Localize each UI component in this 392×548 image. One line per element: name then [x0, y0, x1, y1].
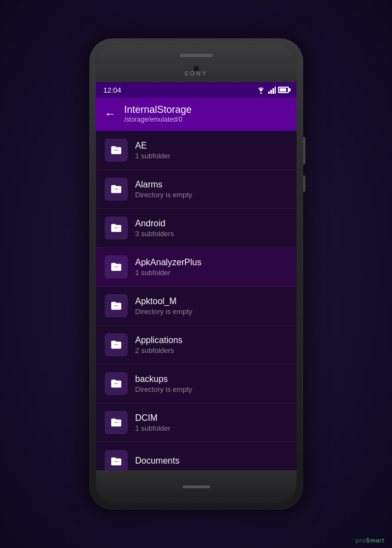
file-info: ApkAnalyzerPlus 1 subfolder — [135, 258, 202, 277]
file-name: Applications — [135, 335, 183, 345]
file-meta: 1 subfolder — [135, 269, 202, 277]
folder-icon-wrap — [105, 216, 128, 239]
file-meta: Directory is empty — [135, 191, 192, 199]
header-title: InternalStorage — [124, 104, 192, 116]
folder-icon-wrap — [105, 139, 128, 162]
file-info: backups Directory is empty — [135, 374, 192, 393]
bottom-bezel — [96, 470, 297, 503]
brand-label: SONY — [184, 70, 208, 77]
svg-rect-3 — [272, 88, 274, 94]
list-item[interactable]: Apktool_M Directory is empty — [96, 287, 297, 326]
power-button[interactable] — [303, 137, 305, 164]
folder-icon — [110, 300, 122, 312]
folder-icon — [110, 378, 122, 390]
phone-screen: SONY 12:04 — [96, 45, 297, 503]
list-item[interactable]: AE 1 subfolder — [96, 131, 297, 170]
back-button[interactable]: ← — [105, 108, 117, 120]
signal-icon — [268, 86, 276, 94]
file-meta: 1 subfolder — [135, 152, 171, 160]
file-info: Apktool_M Directory is empty — [135, 296, 192, 316]
watermark: proSmart — [355, 537, 384, 544]
battery-icon — [278, 87, 289, 93]
svg-point-0 — [260, 93, 262, 94]
file-name: backups — [135, 374, 192, 384]
file-info: Applications 2 subfolders — [135, 335, 183, 355]
svg-rect-11 — [114, 383, 118, 384]
svg-rect-7 — [114, 227, 118, 229]
file-meta: 3 subfolders — [135, 230, 174, 238]
file-name: Documents — [135, 456, 180, 466]
file-name: AE — [135, 141, 171, 151]
list-item[interactable]: Applications 2 subfolders — [96, 326, 297, 364]
folder-icon — [110, 455, 122, 467]
header-subtitle: /storage/emulated/0 — [124, 116, 192, 123]
svg-rect-2 — [270, 90, 272, 94]
status-icons — [256, 86, 289, 94]
folder-icon-wrap — [105, 411, 128, 434]
folder-icon — [110, 144, 122, 156]
svg-rect-12 — [114, 422, 118, 423]
svg-rect-10 — [114, 344, 118, 345]
app-header: ← InternalStorage /storage/emulated/0 — [96, 98, 297, 131]
folder-icon-wrap — [105, 450, 128, 470]
file-name: DCIM — [135, 413, 171, 423]
folder-icon-wrap — [105, 255, 128, 278]
screen: 12:04 — [96, 82, 297, 470]
status-time: 12:04 — [104, 86, 122, 94]
file-meta: Directory is empty — [135, 385, 192, 393]
folder-icon-wrap — [105, 294, 128, 317]
svg-rect-5 — [114, 150, 118, 151]
file-name: Android — [135, 219, 174, 229]
speaker — [180, 54, 213, 57]
status-bar: 12:04 — [96, 82, 297, 98]
file-info: AE 1 subfolder — [135, 141, 171, 160]
file-name: ApkAnalyzerPlus — [135, 258, 202, 267]
header-title-block: InternalStorage /storage/emulated/0 — [124, 104, 192, 123]
folder-icon — [110, 416, 122, 429]
file-meta: 1 subfolder — [135, 424, 171, 432]
file-meta: Directory is empty — [135, 307, 192, 316]
wifi-icon — [256, 86, 266, 94]
svg-rect-13 — [114, 461, 118, 462]
home-indicator[interactable] — [183, 486, 210, 488]
folder-icon — [110, 222, 122, 234]
list-item[interactable]: Documents — [96, 442, 297, 470]
file-name: Alarms — [135, 180, 192, 190]
list-item[interactable]: Android 3 subfolders — [96, 209, 297, 248]
volume-button[interactable] — [303, 175, 305, 192]
list-item[interactable]: ApkAnalyzerPlus 1 subfolder — [96, 248, 297, 287]
folder-icon-wrap — [105, 372, 128, 395]
folder-icon-wrap — [105, 333, 128, 356]
folder-icon — [110, 183, 122, 195]
folder-icon — [110, 339, 122, 351]
list-item[interactable]: DCIM 1 subfolder — [96, 403, 297, 442]
svg-rect-1 — [268, 92, 270, 94]
folder-icon — [110, 261, 122, 273]
file-info: DCIM 1 subfolder — [135, 413, 171, 432]
svg-rect-4 — [275, 87, 276, 94]
list-item[interactable]: Alarms Directory is empty — [96, 170, 297, 209]
top-bezel: SONY — [96, 45, 297, 82]
file-meta: 2 subfolders — [135, 346, 183, 355]
svg-rect-6 — [114, 189, 118, 190]
file-info: Android 3 subfolders — [135, 219, 174, 238]
folder-icon-wrap — [105, 178, 128, 201]
file-list[interactable]: AE 1 subfolder Alarms Directory is empty — [96, 131, 297, 470]
phone-frame: SONY 12:04 — [89, 38, 303, 510]
file-info: Documents — [135, 456, 180, 467]
svg-rect-8 — [114, 266, 118, 267]
svg-rect-9 — [114, 305, 118, 306]
file-info: Alarms Directory is empty — [135, 180, 192, 199]
file-name: Apktool_M — [135, 296, 192, 306]
list-item[interactable]: backups Directory is empty — [96, 364, 297, 403]
